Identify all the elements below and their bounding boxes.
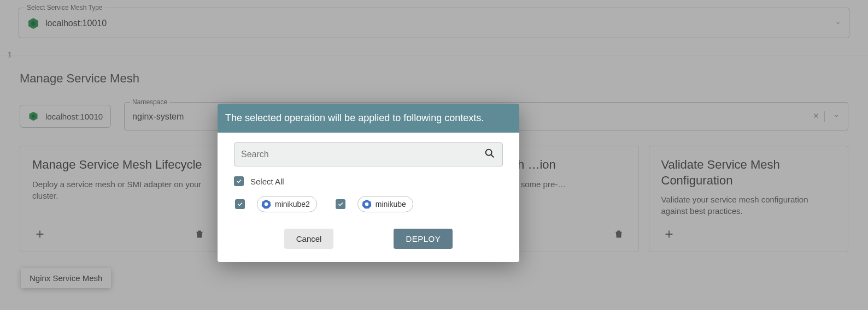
context-chip: minikube2 [257,196,317,212]
kubernetes-icon [361,199,372,210]
context-item[interactable]: minikube2 [235,196,317,212]
select-all-checkbox[interactable] [234,176,244,186]
context-name: minikube [376,200,406,208]
svg-point-8 [365,202,368,206]
search-icon[interactable] [484,147,496,162]
search-input[interactable] [241,150,484,159]
context-checkbox[interactable] [336,199,345,209]
context-chip: minikube [357,196,413,212]
dialog-title: The selected operation will be applied t… [218,104,519,133]
context-name: minikube2 [275,200,310,208]
search-box[interactable] [234,142,503,166]
cancel-button[interactable]: Cancel [284,229,334,249]
deploy-button[interactable]: DEPLOY [394,229,453,249]
svg-point-6 [265,202,268,206]
contexts-row: minikube2 minikube [234,196,503,212]
select-all-label: Select All [250,177,284,186]
context-item[interactable]: minikube [336,196,413,212]
kubernetes-icon [261,199,272,210]
dialog-actions: Cancel DEPLOY [234,229,503,251]
select-all-row[interactable]: Select All [234,176,503,186]
contexts-dialog: The selected operation will be applied t… [218,104,519,262]
context-checkbox[interactable] [235,199,245,209]
svg-point-4 [486,150,492,156]
